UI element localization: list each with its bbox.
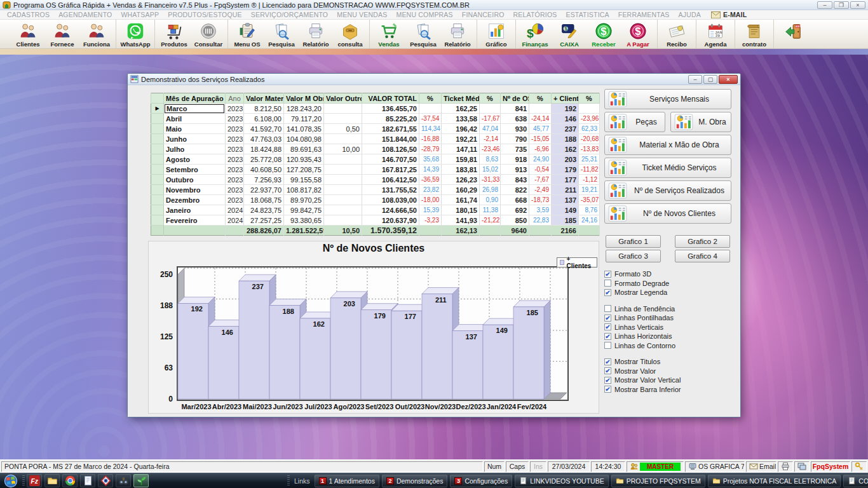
cell-os[interactable]: 843 <box>501 175 529 185</box>
checkbox-box[interactable]: ✔ <box>604 386 611 393</box>
cell-mes[interactable]: Setembro <box>164 165 226 175</box>
toolbar-receber-button[interactable]: $Receber <box>587 20 621 48</box>
cell-material[interactable]: 41.592,70 <box>244 124 284 134</box>
quicklaunch-sprout-app[interactable] <box>133 474 149 487</box>
cell-pct_clientes[interactable]: -35,07 <box>579 195 600 205</box>
taskbar-doc-projeto-fpqsystem[interactable]: PROJETO FPQSYSTEM <box>611 475 705 487</box>
col-header-ticket-m-dio-7[interactable]: Ticket Médio <box>442 93 480 104</box>
cell-ticket[interactable]: 183,81 <box>442 165 480 175</box>
cell-material[interactable]: 7.256,93 <box>244 175 284 185</box>
cell-pct_os[interactable]: -0,54 <box>529 165 552 175</box>
status-email[interactable]: Email <box>746 461 776 472</box>
cell-os[interactable]: 841 <box>501 104 529 114</box>
grid-row-julho[interactable]: Julho202318.424,8889.691,6310,00108.126,… <box>151 144 600 154</box>
cell-mobra[interactable]: 89.970,25 <box>284 195 324 205</box>
cell-pct_ticket[interactable]: -31,33 <box>480 175 501 185</box>
cell-pct_clientes[interactable]: 24,16 <box>579 215 600 226</box>
cell-pct_total[interactable]: -37,54 <box>419 114 442 124</box>
cell-clientes[interactable]: 149 <box>552 205 579 215</box>
checkbox-formato-degrade[interactable]: Formato Degrade <box>604 279 731 288</box>
toolbar-relat-rio-button[interactable]: Relatório <box>440 20 475 48</box>
cell-os[interactable]: 735 <box>501 144 529 154</box>
cell-ano[interactable]: 2023 <box>226 134 244 144</box>
toolbar-pesquisa-button[interactable]: Pesquisa <box>406 20 440 48</box>
cell-pct_os[interactable] <box>529 104 552 114</box>
cell-clientes[interactable]: 179 <box>552 165 579 175</box>
cell-clientes[interactable]: 192 <box>552 104 579 114</box>
cell-ticket[interactable]: 126,23 <box>442 175 480 185</box>
col-header-valor-outros-4[interactable]: Valor Outros <box>324 93 362 104</box>
toolbar-caixa-button[interactable]: $CAIXA <box>552 20 587 48</box>
cell-material[interactable]: 6.108,00 <box>244 114 284 124</box>
cell-clientes[interactable]: 237 <box>552 124 579 134</box>
cell-total[interactable]: 146.707,50 <box>362 154 419 165</box>
checkbox-box[interactable]: ✔ <box>604 367 611 374</box>
cell-ticket[interactable]: 162,25 <box>442 104 480 114</box>
taskbar-doc-projetos-nota-fiscal-eletronica[interactable]: Projetos NOTA FISCAL ELETRONICA <box>708 475 841 487</box>
cell-outros[interactable] <box>324 134 362 144</box>
taskbar-grip[interactable] <box>22 475 25 487</box>
cell-ano[interactable]: 2023 <box>226 165 244 175</box>
cell-ticket[interactable]: 147,11 <box>442 144 480 154</box>
cell-pct_clientes[interactable]: 25,31 <box>579 154 600 165</box>
cell-pct_total[interactable]: 114,34 <box>419 124 442 134</box>
cell-mes[interactable]: Fevereiro <box>164 215 226 226</box>
cell-ticket[interactable]: 180,15 <box>442 205 480 215</box>
cell-mobra[interactable]: 141.078,35 <box>284 124 324 134</box>
checkbox-linhas-horizontais[interactable]: ✔Linhas Horizontais <box>604 332 731 341</box>
cell-ano[interactable]: 2023 <box>226 144 244 154</box>
checkbox-mostrar-titulos[interactable]: ✔Mostrar Titulos <box>604 357 731 367</box>
cell-mes[interactable]: Outubro <box>164 175 226 185</box>
cell-pct_clientes[interactable]: -13,83 <box>579 144 600 154</box>
cell-mes[interactable]: Maio <box>164 124 226 134</box>
cell-pct_ticket[interactable]: 26,98 <box>480 185 501 195</box>
cell-clientes[interactable]: 211 <box>552 185 579 195</box>
toolbar-relat-rio-button[interactable]: Relatório <box>299 20 333 48</box>
cell-total[interactable]: 85.225,20 <box>362 114 419 124</box>
cell-pct_os[interactable]: -6,96 <box>529 144 552 154</box>
cell-pct_clientes[interactable]: 62,33 <box>579 124 600 134</box>
cell-mes[interactable]: Janeiro <box>164 205 226 215</box>
toolbar-finan-as-button[interactable]: $Finanças <box>518 20 552 48</box>
cell-clientes[interactable]: 137 <box>552 195 579 205</box>
cell-mobra[interactable]: 104.080,98 <box>284 134 324 144</box>
cell-pct_os[interactable]: -15,05 <box>529 134 552 144</box>
cell-os[interactable]: 918 <box>501 154 529 165</box>
menu-agendamento[interactable]: AGENDAMENTO <box>54 10 116 19</box>
window-maximize-button[interactable]: ▢ <box>703 75 717 84</box>
cell-total[interactable]: 106.412,50 <box>362 175 419 185</box>
checkbox-mostrar-barra-inferior[interactable]: ✔Mostrar Barra Inferior <box>604 385 731 395</box>
cell-mobra[interactable]: 93.380,65 <box>284 215 324 226</box>
cell-clientes[interactable]: 185 <box>552 215 579 226</box>
cell-material[interactable]: 47.763,03 <box>244 134 284 144</box>
cell-pct_ticket[interactable]: 0,90 <box>480 195 501 205</box>
cell-outros[interactable] <box>324 175 362 185</box>
cell-pct_clientes[interactable]: -20,68 <box>579 134 600 144</box>
chart-button-pe-as[interactable]: Peças <box>604 112 665 132</box>
checkbox-box[interactable] <box>604 280 611 287</box>
cell-material[interactable]: 22.937,70 <box>244 185 284 195</box>
checkbox-mostrar-valor[interactable]: ✔Mostrar Valor <box>604 367 731 376</box>
menu-menu-compras[interactable]: MENU COMPRAS <box>391 10 457 19</box>
menu-financeiro[interactable]: FINANCEIRO <box>458 10 509 19</box>
toolbar-clientes-button[interactable]: Clientes <box>11 20 45 48</box>
cell-clientes[interactable]: 146 <box>552 114 579 124</box>
grid-row-novembro[interactable]: Novembro202322.937,70108.817,82131.755,5… <box>151 185 600 195</box>
cell-total[interactable]: 124.666,50 <box>362 205 419 215</box>
cell-total[interactable]: 131.755,52 <box>362 185 419 195</box>
col-header-m-s-de-apura-o-0[interactable]: Mês de Apuração <box>164 93 226 104</box>
cell-ticket[interactable]: 159,81 <box>442 154 480 165</box>
checkbox-box[interactable] <box>604 305 611 312</box>
grid-row-outubro[interactable]: Outubro20237.256,9399.155,58106.412,50-3… <box>151 175 600 185</box>
cell-clientes[interactable]: 162 <box>552 144 579 154</box>
cell-mobra[interactable]: 108.817,82 <box>284 185 324 195</box>
chart-button-m-obra[interactable]: M. Obra <box>670 112 731 132</box>
cell-clientes[interactable]: 188 <box>552 134 579 144</box>
checkbox-box[interactable]: ✔ <box>604 289 611 296</box>
toolbar-produtos-button[interactable]: Produtos <box>157 20 191 48</box>
col-header--10[interactable]: % <box>529 93 552 104</box>
links-toolbar-label[interactable]: Links <box>294 477 310 485</box>
cell-pct_total[interactable]: -36,59 <box>419 175 442 185</box>
grid-row-marco[interactable]: ▶Marco20238.212,50128.243,20136.455,7016… <box>151 104 600 114</box>
cell-material[interactable]: 25.772,08 <box>244 154 284 165</box>
